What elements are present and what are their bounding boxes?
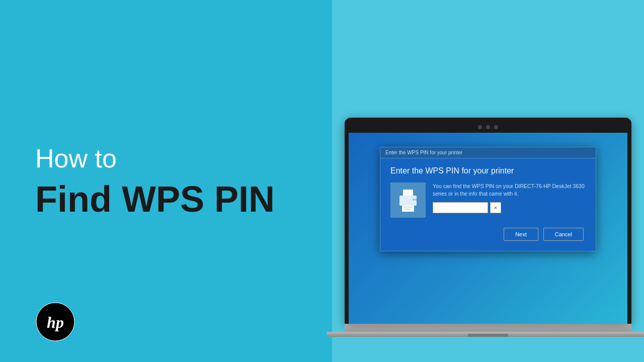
dialog-body: You can find the WPS PIN on your DIRECT-… xyxy=(390,183,586,218)
windows-desktop: Enter the WPS PIN for your printer Enter… xyxy=(349,133,627,324)
wps-pin-dialog: Enter the WPS PIN for your printer Enter… xyxy=(380,147,596,251)
camera-indicator xyxy=(486,125,490,129)
dialog-title: Enter the WPS PIN for your printer xyxy=(390,166,586,175)
svg-rect-8 xyxy=(404,209,411,210)
printer-icon xyxy=(395,188,421,213)
find-wps-text: Find WPS PIN xyxy=(35,179,297,219)
dialog-right: You can find the WPS PIN on your DIRECT-… xyxy=(433,183,586,213)
svg-rect-3 xyxy=(399,196,417,206)
dialog-titlebar: Enter the WPS PIN for your printer xyxy=(380,147,596,158)
laptop-base xyxy=(345,324,631,332)
camera-dot-2 xyxy=(494,125,498,129)
svg-rect-2 xyxy=(403,190,413,197)
printer-icon-box xyxy=(390,183,426,218)
laptop: Enter the WPS PIN for your printer Enter… xyxy=(342,25,634,337)
cancel-button[interactable]: Cancel xyxy=(543,228,584,241)
clear-pin-button[interactable]: × xyxy=(490,202,501,213)
camera-dot xyxy=(478,125,482,129)
laptop-camera-bar xyxy=(349,122,627,133)
dialog-buttons: Next Cancel xyxy=(390,228,586,241)
laptop-hinge xyxy=(327,332,644,337)
svg-text:hp: hp xyxy=(47,313,64,331)
pin-input-row: × xyxy=(433,202,586,213)
dialog-content: Enter the WPS PIN for your printer xyxy=(380,158,596,251)
svg-rect-7 xyxy=(404,207,413,208)
pin-input[interactable] xyxy=(433,202,488,213)
svg-point-6 xyxy=(415,199,417,201)
left-panel: How to Find WPS PIN hp xyxy=(0,0,332,362)
svg-point-5 xyxy=(413,199,415,201)
laptop-screen: Enter the WPS PIN for your printer Enter… xyxy=(349,133,627,324)
next-button[interactable]: Next xyxy=(504,228,538,241)
dialog-description: You can find the WPS PIN on your DIRECT-… xyxy=(433,183,586,197)
how-to-text: How to xyxy=(35,143,297,174)
laptop-screen-outer: Enter the WPS PIN for your printer Enter… xyxy=(345,118,631,324)
right-panel: Enter the WPS PIN for your printer Enter… xyxy=(332,0,644,362)
hp-logo: hp xyxy=(35,302,75,342)
